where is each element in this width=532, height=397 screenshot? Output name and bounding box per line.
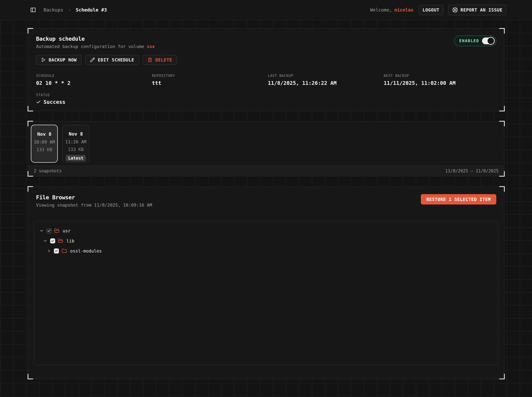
file-browser-panel: File Browser Viewing snapshot from 11/8/…: [28, 186, 504, 379]
field-value: ttt: [152, 80, 265, 86]
field-last-backup: LAST BACKUP 11/8/2025, 11:26:22 AM: [268, 74, 380, 86]
subtitle-prefix: Automated backup configuration for volum…: [36, 44, 144, 49]
schedule-panel-header: Backup schedule Automated backup configu…: [36, 36, 496, 49]
report-issue-button-label: REPORT AN ISSUE: [460, 7, 502, 12]
field-value: 11/8/2025, 11:26:22 AM: [268, 80, 380, 86]
file-tree: usr lib: [34, 221, 499, 365]
schedule-panel-titles: Backup schedule Automated backup configu…: [36, 36, 155, 49]
checkbox-ossl-modules[interactable]: [54, 248, 59, 254]
lifebuoy-icon: [452, 7, 458, 13]
snapshot-card[interactable]: Nov 8 11:26 AM 133 KB Latest: [62, 125, 89, 163]
status-label: STATUS: [36, 93, 496, 97]
checkbox-usr[interactable]: [46, 228, 51, 233]
latest-badge: Latest: [66, 155, 86, 161]
field-value: 02 10 * * 2: [36, 80, 149, 86]
file-browser-title: File Browser: [36, 194, 152, 201]
field-label: SCHEDULE: [36, 74, 149, 78]
welcome-prefix: Welcome,: [370, 7, 392, 13]
status-text: Success: [44, 99, 65, 105]
checkbox-lib[interactable]: [50, 238, 55, 243]
enabled-toggle[interactable]: ENABLED: [454, 36, 496, 46]
trash-icon: [147, 57, 152, 62]
chevron-down-icon[interactable]: [43, 239, 47, 243]
corner-bracket: [499, 28, 505, 34]
breadcrumb-backups-link[interactable]: Backups: [44, 7, 63, 13]
corner-bracket: [499, 374, 505, 379]
enabled-toggle-label: ENABLED: [459, 39, 479, 43]
field-label: REPOSITORY: [152, 74, 265, 78]
logout-button[interactable]: LOGOUT: [419, 5, 443, 15]
play-icon: [41, 57, 46, 62]
top-bar: Backups › Schedule #3 Welcome,nicolas LO…: [0, 0, 532, 20]
pencil-icon: [90, 57, 95, 62]
backup-now-button[interactable]: BACKUP NOW: [36, 55, 82, 65]
corner-bracket: [28, 28, 33, 34]
snapshot-date: Nov 8: [69, 131, 83, 137]
restore-selected-button[interactable]: RESTORE 1 SELECTED ITEM: [421, 194, 496, 205]
folder-closed-icon: [62, 248, 67, 254]
breadcrumb: Backups › Schedule #3: [44, 7, 107, 13]
username: nicolas: [394, 7, 413, 13]
chevron-down-icon[interactable]: [39, 229, 44, 233]
backup-schedule-panel: Backup schedule Automated backup configu…: [28, 28, 504, 111]
tree-row-lib: lib: [34, 236, 498, 246]
chevron-right-icon[interactable]: [47, 249, 51, 253]
snapshot-date-range: 11/8/2025 – 11/8/2025: [445, 168, 499, 173]
backup-now-label: BACKUP NOW: [49, 57, 77, 62]
schedule-fields: SCHEDULE 02 10 * * 2 REPOSITORY ttt LAST…: [36, 74, 496, 86]
corner-bracket: [28, 186, 33, 192]
welcome-text: Welcome,nicolas: [370, 7, 413, 13]
folder-open-icon: [54, 228, 59, 233]
schedule-panel-subtitle: Automated backup configuration for volum…: [36, 44, 155, 49]
snapshots-panel: Nov 8 10:09 AM 133 KB Nov 8 11:26 AM 133…: [28, 121, 504, 176]
tree-label[interactable]: usr: [63, 228, 71, 233]
top-bar-right: Welcome,nicolas LOGOUT REPORT AN ISSUE: [370, 5, 506, 15]
logout-button-label: LOGOUT: [423, 7, 439, 12]
file-browser-titles: File Browser Viewing snapshot from 11/8/…: [36, 194, 152, 208]
corner-bracket: [28, 106, 33, 112]
status-block: STATUS Success: [36, 93, 496, 105]
edit-schedule-button[interactable]: EDIT SCHEDULE: [85, 55, 139, 65]
snapshot-size: 133 KB: [68, 147, 84, 152]
schedule-actions: BACKUP NOW EDIT SCHEDULE DELETE: [36, 55, 496, 65]
file-browser-header: File Browser Viewing snapshot from 11/8/…: [36, 194, 496, 208]
report-issue-button[interactable]: REPORT AN ISSUE: [448, 5, 506, 15]
edit-schedule-label: EDIT SCHEDULE: [98, 57, 134, 62]
folder-open-icon: [58, 238, 63, 243]
page-title: Backup schedule: [36, 36, 155, 42]
snapshot-size: 133 KB: [36, 147, 52, 152]
sidebar-toggle-button[interactable]: [30, 7, 36, 13]
tree-label[interactable]: ossl-modules: [70, 248, 102, 254]
field-repository: REPOSITORY ttt: [152, 74, 265, 86]
delete-button[interactable]: DELETE: [143, 55, 177, 65]
snapshots-footer: 2 snapshots 11/8/2025 – 11/8/2025: [28, 166, 504, 176]
field-label: LAST BACKUP: [268, 74, 380, 78]
field-next-backup: NEXT BACKUP 11/11/2025, 11:02:00 AM: [384, 74, 496, 86]
corner-bracket: [499, 186, 505, 192]
breadcrumb-current-page: Schedule #3: [76, 7, 107, 13]
snapshot-time: 10:09 AM: [34, 139, 55, 144]
corner-bracket: [499, 106, 505, 112]
snapshot-date: Nov 8: [37, 131, 51, 137]
toggle-switch[interactable]: [482, 37, 494, 44]
check-icon: [36, 99, 41, 105]
field-schedule: SCHEDULE 02 10 * * 2: [36, 74, 149, 86]
delete-label: DELETE: [155, 57, 172, 62]
field-value: 11/11/2025, 11:02:00 AM: [384, 80, 496, 86]
tree-row-ossl-modules: ossl-modules: [34, 246, 498, 256]
snapshot-count: 2 snapshots: [34, 168, 62, 173]
volume-name: sss: [147, 44, 155, 49]
tree-row-usr: usr: [34, 226, 498, 236]
snapshot-time: 11:26 AM: [65, 139, 86, 144]
file-browser-subtitle: Viewing snapshot from 11/8/2025, 10:09:1…: [36, 203, 152, 208]
corner-bracket: [28, 374, 33, 379]
toggle-knob: [487, 37, 495, 45]
snapshot-cards: Nov 8 10:09 AM 133 KB Nov 8 11:26 AM 133…: [28, 121, 504, 166]
status-badge: Success: [36, 99, 496, 105]
field-label: NEXT BACKUP: [384, 74, 496, 78]
tree-label[interactable]: lib: [66, 238, 74, 243]
panel-left-icon: [30, 7, 36, 13]
snapshot-card-selected[interactable]: Nov 8 10:09 AM 133 KB: [31, 125, 58, 163]
breadcrumb-separator: ›: [68, 7, 71, 12]
